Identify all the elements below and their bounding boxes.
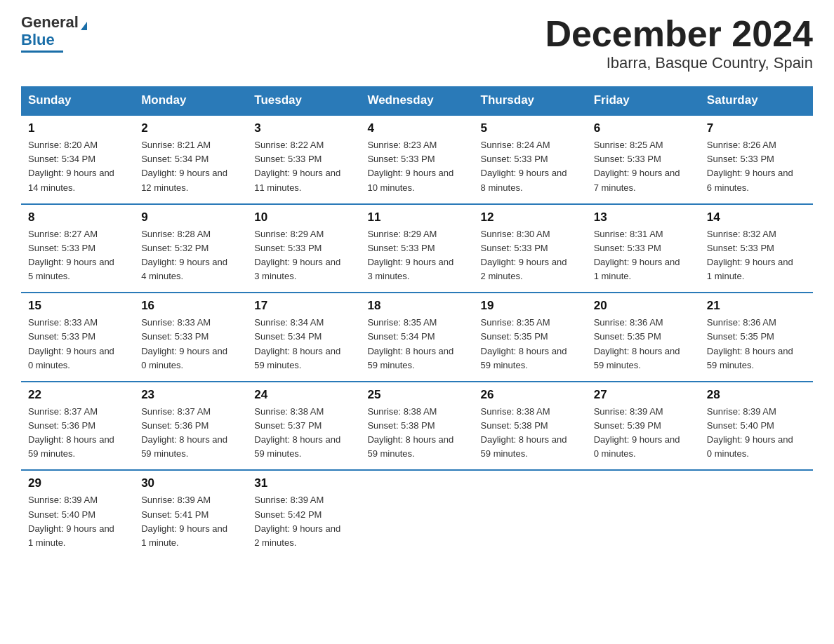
day-number: 13 [594, 210, 693, 224]
day-number: 5 [481, 121, 580, 135]
day-info: Sunrise: 8:39 AM Sunset: 5:39 PM Dayligh… [594, 405, 693, 462]
day-number: 22 [28, 388, 127, 402]
day-number: 20 [594, 299, 693, 313]
day-number: 21 [707, 299, 806, 313]
logo: General Blue [21, 14, 87, 53]
calendar-cell: 1 Sunrise: 8:20 AM Sunset: 5:34 PM Dayli… [21, 115, 134, 204]
calendar-table: SundayMondayTuesdayWednesdayThursdayFrid… [21, 86, 813, 558]
calendar-cell: 11 Sunrise: 8:29 AM Sunset: 5:33 PM Dayl… [360, 204, 473, 293]
calendar-week-row: 1 Sunrise: 8:20 AM Sunset: 5:34 PM Dayli… [21, 115, 813, 204]
day-number: 9 [141, 210, 240, 224]
day-number: 15 [28, 299, 127, 313]
calendar-cell: 7 Sunrise: 8:26 AM Sunset: 5:33 PM Dayli… [700, 115, 813, 204]
day-number: 3 [254, 121, 353, 135]
page-title: December 2024 [545, 14, 813, 54]
day-info: Sunrise: 8:38 AM Sunset: 5:38 PM Dayligh… [481, 405, 580, 462]
day-number: 14 [707, 210, 806, 224]
calendar-cell: 3 Sunrise: 8:22 AM Sunset: 5:33 PM Dayli… [247, 115, 360, 204]
logo-text: General [21, 14, 87, 31]
day-number: 27 [594, 388, 693, 402]
day-info: Sunrise: 8:32 AM Sunset: 5:33 PM Dayligh… [707, 227, 806, 284]
day-number: 12 [481, 210, 580, 224]
calendar-cell: 31 Sunrise: 8:39 AM Sunset: 5:42 PM Dayl… [247, 470, 360, 558]
calendar-cell: 23 Sunrise: 8:37 AM Sunset: 5:36 PM Dayl… [134, 382, 247, 471]
day-number: 6 [594, 121, 693, 135]
calendar-cell: 20 Sunrise: 8:36 AM Sunset: 5:35 PM Dayl… [587, 293, 700, 382]
calendar-cell: 24 Sunrise: 8:38 AM Sunset: 5:37 PM Dayl… [247, 382, 360, 471]
col-header-tuesday: Tuesday [247, 86, 360, 115]
day-info: Sunrise: 8:20 AM Sunset: 5:34 PM Dayligh… [28, 138, 127, 195]
calendar-cell: 14 Sunrise: 8:32 AM Sunset: 5:33 PM Dayl… [700, 204, 813, 293]
calendar-cell [587, 470, 700, 558]
page-subtitle: Ibarra, Basque Country, Spain [545, 54, 813, 72]
calendar-cell [700, 470, 813, 558]
day-number: 10 [254, 210, 353, 224]
day-number: 25 [367, 388, 466, 402]
day-info: Sunrise: 8:27 AM Sunset: 5:33 PM Dayligh… [28, 227, 127, 284]
day-info: Sunrise: 8:39 AM Sunset: 5:41 PM Dayligh… [141, 493, 240, 550]
day-number: 31 [254, 476, 353, 490]
calendar-cell: 18 Sunrise: 8:35 AM Sunset: 5:34 PM Dayl… [360, 293, 473, 382]
day-info: Sunrise: 8:24 AM Sunset: 5:33 PM Dayligh… [481, 138, 580, 195]
day-number: 18 [367, 299, 466, 313]
day-number: 2 [141, 121, 240, 135]
day-number: 29 [28, 476, 127, 490]
calendar-cell: 5 Sunrise: 8:24 AM Sunset: 5:33 PM Dayli… [474, 115, 587, 204]
logo-blue-text: Blue [21, 32, 55, 48]
day-info: Sunrise: 8:29 AM Sunset: 5:33 PM Dayligh… [367, 227, 466, 284]
calendar-week-row: 15 Sunrise: 8:33 AM Sunset: 5:33 PM Dayl… [21, 293, 813, 382]
day-number: 17 [254, 299, 353, 313]
day-info: Sunrise: 8:30 AM Sunset: 5:33 PM Dayligh… [481, 227, 580, 284]
calendar-cell: 9 Sunrise: 8:28 AM Sunset: 5:32 PM Dayli… [134, 204, 247, 293]
day-info: Sunrise: 8:38 AM Sunset: 5:37 PM Dayligh… [254, 405, 353, 462]
calendar-cell: 28 Sunrise: 8:39 AM Sunset: 5:40 PM Dayl… [700, 382, 813, 471]
calendar-cell: 8 Sunrise: 8:27 AM Sunset: 5:33 PM Dayli… [21, 204, 134, 293]
day-info: Sunrise: 8:21 AM Sunset: 5:34 PM Dayligh… [141, 138, 240, 195]
day-info: Sunrise: 8:23 AM Sunset: 5:33 PM Dayligh… [367, 138, 466, 195]
day-number: 24 [254, 388, 353, 402]
col-header-saturday: Saturday [700, 86, 813, 115]
col-header-thursday: Thursday [474, 86, 587, 115]
day-number: 19 [481, 299, 580, 313]
calendar-cell [360, 470, 473, 558]
calendar-cell: 4 Sunrise: 8:23 AM Sunset: 5:33 PM Dayli… [360, 115, 473, 204]
day-number: 4 [367, 121, 466, 135]
page-header: General Blue December 2024 Ibarra, Basqu… [21, 14, 813, 72]
day-number: 30 [141, 476, 240, 490]
day-info: Sunrise: 8:37 AM Sunset: 5:36 PM Dayligh… [28, 405, 127, 462]
calendar-cell: 22 Sunrise: 8:37 AM Sunset: 5:36 PM Dayl… [21, 382, 134, 471]
calendar-cell: 27 Sunrise: 8:39 AM Sunset: 5:39 PM Dayl… [587, 382, 700, 471]
day-info: Sunrise: 8:36 AM Sunset: 5:35 PM Dayligh… [594, 316, 693, 373]
day-info: Sunrise: 8:29 AM Sunset: 5:33 PM Dayligh… [254, 227, 353, 284]
calendar-cell: 29 Sunrise: 8:39 AM Sunset: 5:40 PM Dayl… [21, 470, 134, 558]
calendar-header-row: SundayMondayTuesdayWednesdayThursdayFrid… [21, 86, 813, 115]
calendar-cell: 15 Sunrise: 8:33 AM Sunset: 5:33 PM Dayl… [21, 293, 134, 382]
calendar-week-row: 22 Sunrise: 8:37 AM Sunset: 5:36 PM Dayl… [21, 382, 813, 471]
calendar-cell: 13 Sunrise: 8:31 AM Sunset: 5:33 PM Dayl… [587, 204, 700, 293]
day-info: Sunrise: 8:39 AM Sunset: 5:40 PM Dayligh… [28, 493, 127, 550]
calendar-cell: 19 Sunrise: 8:35 AM Sunset: 5:35 PM Dayl… [474, 293, 587, 382]
day-info: Sunrise: 8:35 AM Sunset: 5:35 PM Dayligh… [481, 316, 580, 373]
day-info: Sunrise: 8:31 AM Sunset: 5:33 PM Dayligh… [594, 227, 693, 284]
day-info: Sunrise: 8:22 AM Sunset: 5:33 PM Dayligh… [254, 138, 353, 195]
day-number: 11 [367, 210, 466, 224]
day-number: 28 [707, 388, 806, 402]
day-info: Sunrise: 8:37 AM Sunset: 5:36 PM Dayligh… [141, 405, 240, 462]
day-number: 26 [481, 388, 580, 402]
day-info: Sunrise: 8:39 AM Sunset: 5:40 PM Dayligh… [707, 405, 806, 462]
calendar-cell: 17 Sunrise: 8:34 AM Sunset: 5:34 PM Dayl… [247, 293, 360, 382]
calendar-week-row: 8 Sunrise: 8:27 AM Sunset: 5:33 PM Dayli… [21, 204, 813, 293]
calendar-week-row: 29 Sunrise: 8:39 AM Sunset: 5:40 PM Dayl… [21, 470, 813, 558]
day-info: Sunrise: 8:34 AM Sunset: 5:34 PM Dayligh… [254, 316, 353, 373]
calendar-cell: 10 Sunrise: 8:29 AM Sunset: 5:33 PM Dayl… [247, 204, 360, 293]
day-number: 23 [141, 388, 240, 402]
calendar-cell: 26 Sunrise: 8:38 AM Sunset: 5:38 PM Dayl… [474, 382, 587, 471]
day-info: Sunrise: 8:33 AM Sunset: 5:33 PM Dayligh… [28, 316, 127, 373]
day-info: Sunrise: 8:26 AM Sunset: 5:33 PM Dayligh… [707, 138, 806, 195]
calendar-cell: 6 Sunrise: 8:25 AM Sunset: 5:33 PM Dayli… [587, 115, 700, 204]
day-number: 8 [28, 210, 127, 224]
day-info: Sunrise: 8:38 AM Sunset: 5:38 PM Dayligh… [367, 405, 466, 462]
day-number: 16 [141, 299, 240, 313]
calendar-cell [474, 470, 587, 558]
col-header-sunday: Sunday [21, 86, 134, 115]
